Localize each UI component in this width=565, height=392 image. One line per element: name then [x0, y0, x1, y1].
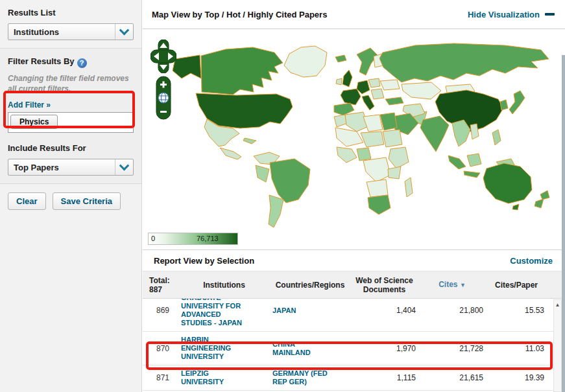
- filter-note: Changing the filter field removes all cu…: [8, 74, 134, 94]
- hide-visualization-link[interactable]: Hide Visualization: [468, 10, 555, 19]
- filter-heading-text: Filter Results By: [8, 56, 75, 66]
- report-title: Report View by Selection: [154, 256, 254, 266]
- results-list-heading: Results List: [8, 8, 134, 17]
- country-cell: CHINA MAINLAND: [270, 340, 350, 357]
- help-icon[interactable]: ?: [77, 58, 87, 68]
- zoom-out-button[interactable]: [160, 111, 167, 113]
- map-view-title: Map View by Top / Hot / Highly Cited Pap…: [152, 10, 327, 19]
- map-pan-control[interactable]: [150, 40, 176, 73]
- cites-cell: 21,615: [418, 373, 486, 382]
- report-section: Report View by Selection Customize Total…: [143, 249, 565, 392]
- countries-column-header: Countries/Regions: [270, 281, 350, 290]
- dropdown-button[interactable]: [115, 159, 133, 175]
- total-value: 887: [149, 285, 178, 294]
- table-row[interactable]: 871 LEIPZIG UNIVERSITY GERMANY (FED REP …: [143, 365, 565, 391]
- chevron-down-icon: [119, 25, 130, 35]
- map-visualization: 0 76,713: [143, 29, 565, 249]
- hide-visualization-label: Hide Visualization: [468, 10, 540, 19]
- documents-cell: 1,970: [350, 344, 418, 353]
- collapse-minus-icon: [545, 13, 555, 16]
- filter-heading: Filter Results By?: [8, 56, 134, 68]
- report-titlebar: Report View by Selection Customize: [143, 250, 565, 271]
- sort-desc-icon: ▼: [460, 282, 466, 288]
- institution-cell[interactable]: LEIPZIG UNIVERSITY: [178, 369, 270, 386]
- table-row[interactable]: 869 GRADUATE UNIVERSITY FOR ADVANCED STU…: [143, 299, 565, 332]
- results-list-selected: Institutions: [8, 24, 115, 40]
- country-cell: JAPAN: [270, 306, 350, 315]
- legend-max-value: 76,713: [197, 235, 219, 242]
- filter-sidebar: Results List Institutions Filter Results…: [0, 0, 142, 392]
- sidebar-buttons: Clear Save Criteria: [0, 184, 141, 218]
- customize-link[interactable]: Customize: [510, 256, 553, 266]
- cites-paper-cell: 15.53: [486, 306, 547, 315]
- add-filter-link[interactable]: Add Filter »: [8, 100, 134, 110]
- window-edge-strip: [562, 55, 565, 392]
- cites-paper-cell: 11.03: [486, 344, 547, 353]
- table-row-highlighted[interactable]: 870 HARBIN ENGINEERING UNIVERSITY CHINA …: [143, 332, 565, 365]
- documents-cell: 1,115: [350, 373, 418, 382]
- rank-cell: 870: [143, 344, 178, 353]
- table-scrollbar[interactable]: ▲: [553, 299, 562, 392]
- total-label: Total:: [149, 276, 178, 285]
- institutions-column-header: Institutions: [178, 281, 270, 290]
- cites-paper-cell: 19.39: [486, 373, 547, 382]
- include-results-selected: Top Papers: [8, 159, 115, 175]
- total-header: Total: 887: [143, 276, 178, 294]
- globe-reset-button[interactable]: [158, 93, 169, 103]
- clear-button[interactable]: Clear: [8, 192, 46, 210]
- include-results-dropdown[interactable]: Top Papers: [8, 159, 134, 176]
- dropdown-button[interactable]: [115, 24, 133, 40]
- chevron-down-icon: [119, 161, 130, 171]
- scroll-up-arrow[interactable]: ▲: [554, 300, 561, 309]
- cites-cell: 21,728: [418, 344, 486, 353]
- cites-sort-header[interactable]: Cites ▼: [418, 280, 486, 290]
- country-cell: GERMANY (FED REP GER): [270, 369, 350, 386]
- physics-filter-chip[interactable]: Physics: [10, 115, 58, 129]
- map-legend: 0 76,713: [148, 233, 238, 245]
- institution-cell[interactable]: HARBIN ENGINEERING UNIVERSITY: [178, 336, 270, 361]
- cites-cell: 21,800: [418, 306, 486, 315]
- include-results-heading: Include Results For: [8, 143, 134, 153]
- map-countries[interactable]: [173, 43, 549, 227]
- cites-paper-column-header: Cites/Paper: [486, 281, 547, 290]
- table-header-row: Total: 887 Institutions Countries/Region…: [143, 271, 565, 299]
- active-filters-box: Physics: [8, 112, 134, 133]
- save-criteria-button[interactable]: Save Criteria: [53, 192, 121, 210]
- cites-label: Cites: [439, 280, 457, 289]
- institution-cell[interactable]: GRADUATE UNIVERSITY FOR ADVANCED STUDIES…: [178, 299, 270, 327]
- map-header: Map View by Top / Hot / Highly Cited Pap…: [143, 0, 565, 29]
- legend-min-value: 0: [151, 235, 155, 242]
- main-panel: Map View by Top / Hot / Highly Cited Pap…: [143, 0, 565, 392]
- filter-section: Filter Results By? Changing the filter f…: [0, 48, 141, 184]
- rank-cell: 869: [143, 306, 178, 315]
- documents-column-header: Web of Science Documents: [350, 276, 418, 294]
- map-zoom-control[interactable]: [156, 76, 171, 120]
- table-body[interactable]: 869 GRADUATE UNIVERSITY FOR ADVANCED STU…: [143, 299, 565, 392]
- rank-cell: 871: [143, 373, 178, 382]
- world-map[interactable]: [143, 29, 565, 249]
- results-list-dropdown[interactable]: Institutions: [8, 23, 134, 40]
- documents-cell: 1,404: [350, 306, 418, 315]
- results-list-section: Results List Institutions: [0, 0, 141, 48]
